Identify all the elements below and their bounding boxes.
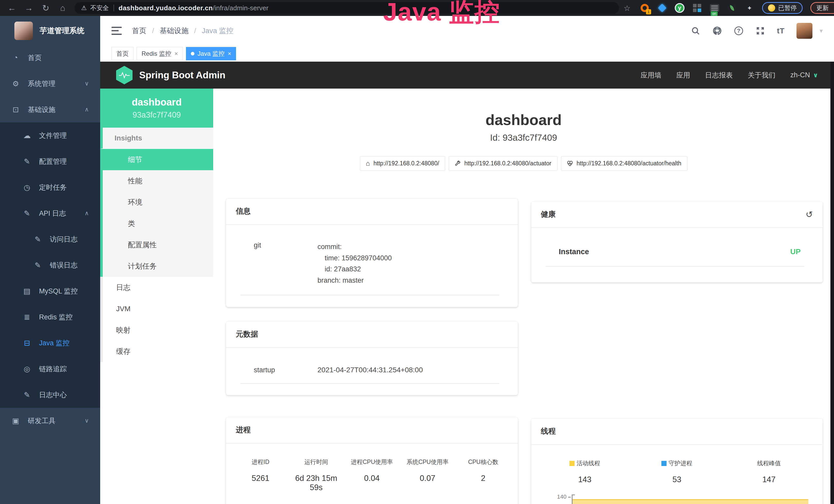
chevron-down-icon: ∨ [813,72,818,79]
history-icon[interactable]: ↺ [806,209,813,220]
tab-home[interactable]: 首页 [111,47,134,60]
sidebar-item-tracing[interactable]: ◎ 链路追踪 [0,356,100,382]
browser-update-button[interactable]: 更新 ⋮ [810,2,834,14]
info-card-body: git commit: time: 1596289704000 id: 27aa… [226,225,518,307]
process-card-title: 进程 [226,417,518,444]
security-label[interactable]: 不安全 [90,4,109,12]
extension-badge: 1 [646,9,651,15]
page-scrollbar[interactable] [830,62,834,504]
service-url-button[interactable]: ⌂ http://192.168.0.2:48080/ [360,156,445,171]
extension-orange-icon[interactable]: 1 [640,3,650,13]
extension-y-icon[interactable]: y [675,3,684,13]
sba-menu-caches[interactable]: 缓存 [100,341,213,362]
sidebar-item-config-mgmt[interactable]: ✎ 配置管理 [0,148,100,174]
dashboard-icon: ◔ [10,53,21,62]
sidebar-item-label: Java 监控 [39,338,70,348]
browser-home-icon[interactable]: ⌂ [58,3,68,13]
info-row-git: git commit: time: 1596289704000 id: 27aa… [240,241,499,295]
app-title: 芋道管理系统 [40,26,84,36]
extension-grid-icon[interactable] [692,3,702,13]
avatar-dropdown-icon[interactable]: ▾ [820,27,823,35]
sidebar-item-home[interactable]: ◔ 首页 [0,45,100,71]
health-row-instance[interactable]: Instance UP [546,248,805,267]
url-host: dashboard.yudao.iocoder.cn [119,4,213,12]
sidebar-item-system-mgmt[interactable]: ⚙ 系统管理 ∨ [0,71,100,96]
health-url-button[interactable]: http://192.168.0.2:48080/actuator/health [561,156,687,171]
sidebar-item-access-logs[interactable]: ✎ 访问日志 [0,226,100,252]
browser-back-icon[interactable]: ← [7,3,17,13]
status-badge: UP [790,248,800,256]
extensions-puzzle-icon[interactable]: ✚ [745,3,754,13]
breadcrumb-infrastructure[interactable]: 基础设施 [160,26,189,36]
close-icon[interactable]: × [174,50,178,57]
breadcrumb-home[interactable]: 首页 [132,26,147,36]
close-icon[interactable]: × [227,50,231,57]
security-warning-icon[interactable]: ⚠ [81,4,87,12]
browser-forward-icon[interactable]: → [24,3,34,13]
sba-menu-classes[interactable]: 类 [100,213,213,234]
sidebar-item-error-logs[interactable]: ✎ 错误日志 [0,252,100,278]
screen: ← → ↻ ⌂ ⚠ 不安全 dashboard.yudao.iocoder.cn… [0,0,834,504]
sba-menu-scheduled-tasks[interactable]: 计划任务 [100,255,213,277]
app-logo-row[interactable]: 芋道管理系统 [0,16,100,45]
breadcrumb-separator: / [194,27,196,35]
sidebar-item-mysql-monitor[interactable]: ▤ MySQL 监控 [0,278,100,304]
extension-pin-icon[interactable] [657,3,667,13]
sba-nav-journal[interactable]: 日志报表 [705,71,733,80]
sba-menu-environment[interactable]: 环境 [100,191,213,213]
wrench-icon [455,160,461,167]
sba-language-value: zh-CN [790,71,810,79]
sba-menu-metrics[interactable]: 性能 [100,170,213,191]
cards-column-left: 信息 git commit: time: 1596289704000 id: 2 [226,199,518,504]
browser-reload-icon[interactable]: ↻ [41,3,51,13]
sidebar-item-redis-monitor[interactable]: ≣ Redis 监控 [0,304,100,330]
bookmark-star-icon[interactable]: ☆ [623,4,631,13]
tab-redis-monitor[interactable]: Redis 监控 × [137,47,183,60]
font-size-icon[interactable]: tT [777,26,785,35]
fullscreen-icon[interactable] [755,26,765,36]
sba-menu-jvm[interactable]: JVM [100,298,213,319]
address-bar[interactable]: ⚠ 不安全 dashboard.yudao.iocoder.cn/infra/a… [74,2,619,14]
git-commit-id: id: 27aa832 [317,264,392,275]
sba-menu-details[interactable]: 细节 [100,149,213,170]
sidebar-item-api-logs[interactable]: ✎ API 日志 ∧ [0,200,100,226]
sba-language-select[interactable]: zh-CN ∨ [790,71,818,79]
edit-icon: ✎ [22,157,32,166]
sidebar-item-infrastructure[interactable]: ⊡ 基础设施 ∧ [0,96,100,122]
sidebar-item-file-mgmt[interactable]: ☁ 文件管理 [0,122,100,148]
sba-menu-logs[interactable]: 日志 [100,277,213,298]
sba-nav-wallboard[interactable]: 应用墙 [641,71,661,80]
threads-chart: 140 120 100 [539,494,815,504]
spring-boot-admin-logo-icon [116,66,133,85]
threads-values: 143 53 147 [539,475,815,484]
sba-menu-mappings[interactable]: 映射 [100,319,213,341]
user-avatar[interactable] [796,23,812,39]
tag-tabs-bar: 首页 Redis 监控 × Java 监控 × [100,45,834,62]
sidebar-item-scheduled-jobs[interactable]: ◷ 定时任务 [0,174,100,200]
github-icon[interactable] [712,26,722,36]
sidebar-item-dev-tools[interactable]: ▣ 研发工具 ∨ [0,408,100,434]
live-threads-area [572,499,809,504]
sba-menu-config-props[interactable]: 配置属性 [100,234,213,255]
legend-live-threads: 活动线程 [539,459,631,467]
info-card: 信息 git commit: time: 1596289704000 id: 2 [226,199,518,307]
profile-paused-pill[interactable]: 已暂停 [762,2,803,14]
sba-nav-applications[interactable]: 应用 [676,71,690,80]
collapse-sidebar-icon[interactable] [111,27,122,35]
extension-list-icon[interactable]: on [710,3,720,13]
sidebar-item-java-monitor[interactable]: ⊟ Java 监控 [0,330,100,356]
log-icon: ✎ [32,235,43,244]
git-branch: branch: master [317,275,392,286]
metadata-card: 元数据 startup 2021-04-27T00:44:31.254+08:0… [226,321,518,395]
chevron-up-icon: ∧ [85,210,89,217]
extension-leaf-icon[interactable] [727,3,737,13]
search-icon[interactable] [691,26,700,36]
sidebar-item-log-center[interactable]: ✎ 日志中心 [0,382,100,408]
help-icon[interactable]: ? [734,26,744,36]
cpu-cores: CPU核心数 2 [455,458,511,492]
sba-nav-about[interactable]: 关于我们 [748,71,775,80]
sidebar-item-label: 配置管理 [39,157,67,166]
tab-java-monitor[interactable]: Java 监控 × [186,47,236,60]
metadata-value: 2021-04-27T00:44:31.254+08:00 [317,366,423,374]
actuator-url-button[interactable]: http://192.168.0.2:48080/actuator [449,156,557,171]
